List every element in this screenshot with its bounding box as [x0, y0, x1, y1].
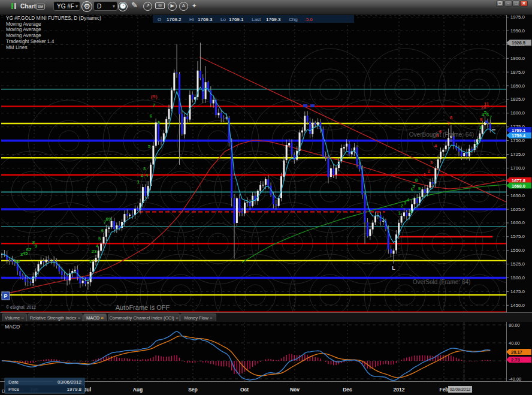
svg-text:80.00: 80.00 [509, 322, 520, 328]
svg-text:12: 12 [15, 259, 20, 264]
svg-text:1769.3: 1769.3 [198, 17, 213, 22]
svg-text:3: 3 [479, 125, 482, 130]
svg-text:7: 7 [448, 121, 451, 126]
svg-text:MACD: MACD [5, 324, 20, 330]
svg-text:2: 2 [141, 173, 144, 178]
svg-text:© eSignal, 2012: © eSignal, 2012 [6, 305, 36, 310]
svg-text:1500.0: 1500.0 [510, 275, 525, 281]
svg-text:1900.0: 1900.0 [510, 56, 525, 61]
svg-text:3: 3 [430, 160, 433, 165]
svg-text:20.17: 20.17 [511, 349, 522, 355]
svg-text:9: 9 [418, 186, 421, 191]
svg-text:4: 4 [434, 143, 437, 149]
svg-text:7: 7 [489, 114, 492, 120]
svg-text:2012: 2012 [394, 387, 405, 393]
svg-text:9: 9 [158, 120, 161, 125]
svg-text:1550.0: 1550.0 [510, 248, 525, 253]
svg-text:9: 9 [35, 243, 38, 249]
svg-text:1800.0: 1800.0 [510, 110, 525, 116]
svg-text:2: 2 [428, 168, 431, 174]
svg-text:1750.0: 1750.0 [510, 138, 525, 143]
svg-text:1668.0: 1668.0 [512, 183, 525, 189]
svg-text:1625.0: 1625.0 [510, 207, 525, 212]
svg-text:Date: Date [8, 379, 19, 385]
svg-text:1979.8: 1979.8 [67, 387, 82, 392]
svg-text:-40.00: -40.00 [509, 376, 521, 382]
svg-text:89: 89 [106, 216, 111, 222]
svg-text:4: 4 [407, 197, 410, 203]
svg-text:1677.8: 1677.8 [512, 178, 525, 183]
svg-text:4: 4 [96, 243, 99, 249]
svg-text:02/09/2012: 02/09/2012 [449, 387, 470, 391]
svg-text:1: 1 [398, 210, 401, 216]
svg-text:Chg: Chg [289, 17, 298, 22]
svg-text:Moving Average: Moving Average [6, 22, 41, 27]
svg-text:1825.0: 1825.0 [510, 97, 525, 102]
svg-text:2: 2 [477, 137, 480, 143]
svg-text:Nov: Nov [290, 387, 300, 393]
svg-text:L: L [392, 265, 395, 271]
svg-text:(R): (R) [150, 94, 157, 99]
svg-text:1875.0: 1875.0 [510, 70, 525, 75]
svg-text:O: O [158, 17, 161, 22]
svg-text:Moving Average: Moving Average [6, 27, 41, 32]
svg-text:1: 1 [89, 259, 92, 264]
svg-text:Tradesight Seeker 1.4: Tradesight Seeker 1.4 [6, 39, 55, 44]
svg-text:5: 5 [98, 236, 101, 242]
svg-text:MM Lines: MM Lines [6, 45, 28, 50]
svg-text:1769.1: 1769.1 [229, 17, 244, 22]
svg-text:8: 8 [415, 177, 418, 183]
svg-text:1850.0: 1850.0 [510, 83, 525, 89]
svg-text:67: 67 [26, 247, 32, 252]
svg-text:Moving Average: Moving Average [6, 33, 41, 38]
svg-text:1769.3: 1769.3 [266, 17, 281, 22]
svg-text:3: 3 [143, 166, 146, 171]
svg-text:7: 7 [153, 102, 156, 108]
svg-text:Dec: Dec [343, 387, 352, 393]
svg-text:1450.0: 1450.0 [510, 303, 525, 308]
svg-text:Sep: Sep [188, 387, 198, 393]
svg-text:1650.0: 1650.0 [510, 193, 525, 198]
svg-text:5: 5 [410, 209, 413, 215]
svg-text:OverSold (Frame: 64): OverSold (Frame: 64) [413, 279, 471, 285]
svg-text:1: 1 [137, 179, 140, 185]
svg-text:Last: Last [252, 17, 261, 22]
svg-text:YG #F,GOLD MINI FUTURES, D (Dy: YG #F,GOLD MINI FUTURES, D (Dynamic) [6, 16, 101, 21]
svg-text:1975.0: 1975.0 [510, 14, 525, 20]
svg-text:9: 9 [480, 117, 483, 122]
svg-text:P: P [4, 293, 7, 299]
svg-text:1525.0: 1525.0 [510, 261, 525, 267]
svg-text:6: 6 [101, 228, 104, 233]
svg-text:1575.0: 1575.0 [510, 234, 525, 239]
svg-text:6: 6 [150, 113, 153, 119]
svg-text:1475.0: 1475.0 [510, 289, 525, 294]
svg-text:Hi: Hi [189, 17, 194, 22]
svg-text:1700.0: 1700.0 [510, 165, 525, 171]
svg-text:1759.4: 1759.4 [512, 133, 526, 138]
svg-text:7: 7 [413, 184, 416, 189]
svg-text:Oct: Oct [240, 387, 249, 393]
svg-text:1: 1 [424, 172, 427, 177]
svg-text:40.00: 40.00 [509, 340, 520, 346]
svg-text:1769.2: 1769.2 [167, 17, 182, 22]
svg-text:1769.1: 1769.1 [512, 128, 525, 133]
svg-text:8: 8 [450, 115, 453, 120]
svg-text:-5.6: -5.6 [304, 17, 313, 22]
svg-text:1950.0: 1950.0 [510, 28, 525, 34]
svg-text:Lo: Lo [220, 17, 226, 22]
svg-text:23: 23 [92, 249, 97, 254]
svg-text:1600.0: 1600.0 [510, 220, 525, 225]
svg-text:AutoFrame is OFF: AutoFrame is OFF [116, 304, 170, 311]
svg-text:Aug: Aug [133, 387, 143, 393]
svg-text:5: 5 [148, 144, 151, 149]
svg-text:4: 4 [146, 173, 149, 178]
svg-text:03/06/2012: 03/06/2012 [58, 379, 82, 385]
svg-text:Jul: Jul [84, 387, 91, 393]
svg-text:1928.5: 1928.5 [512, 40, 525, 46]
svg-text:Price: Price [8, 387, 20, 392]
svg-text:Feb: Feb [439, 387, 448, 393]
svg-text:11: 11 [484, 101, 489, 107]
svg-text:2.73: 2.73 [511, 357, 520, 363]
svg-text:1725.0: 1725.0 [510, 152, 525, 157]
